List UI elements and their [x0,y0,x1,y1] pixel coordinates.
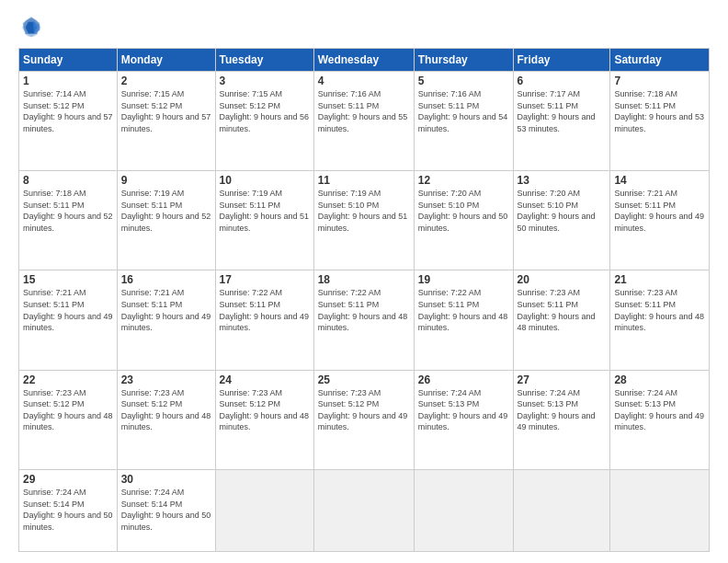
day-number: 10 [220,174,310,187]
calendar-cell: 7Sunrise: 7:18 AMSunset: 5:11 PMDaylight… [610,72,710,171]
day-info: Sunrise: 7:22 AMSunset: 5:11 PMDaylight:… [318,287,410,333]
calendar-cell: 11Sunrise: 7:19 AMSunset: 5:10 PMDayligh… [313,171,414,270]
calendar-cell: 23Sunrise: 7:23 AMSunset: 5:12 PMDayligh… [117,370,215,469]
day-info: Sunrise: 7:23 AMSunset: 5:11 PMDaylight:… [614,287,705,333]
day-number: 26 [418,373,509,386]
calendar-cell [610,469,710,551]
calendar-cell: 5Sunrise: 7:16 AMSunset: 5:11 PMDaylight… [414,72,513,171]
weekday-header: Thursday [414,49,513,72]
day-number: 30 [121,473,211,486]
calendar-week-row: 1Sunrise: 7:14 AMSunset: 5:12 PMDaylight… [19,72,710,171]
calendar-cell: 21Sunrise: 7:23 AMSunset: 5:11 PMDayligh… [610,270,710,370]
day-number: 11 [318,174,410,187]
calendar-cell: 19Sunrise: 7:22 AMSunset: 5:11 PMDayligh… [414,270,513,370]
calendar-cell: 2Sunrise: 7:15 AMSunset: 5:12 PMDaylight… [117,72,215,171]
day-info: Sunrise: 7:24 AMSunset: 5:14 PMDaylight:… [23,487,113,533]
calendar-cell: 22Sunrise: 7:23 AMSunset: 5:12 PMDayligh… [19,370,118,469]
day-info: Sunrise: 7:15 AMSunset: 5:12 PMDaylight:… [121,88,211,134]
calendar-cell: 6Sunrise: 7:17 AMSunset: 5:11 PMDaylight… [513,72,610,171]
day-info: Sunrise: 7:24 AMSunset: 5:14 PMDaylight:… [121,487,211,533]
calendar-cell: 16Sunrise: 7:21 AMSunset: 5:11 PMDayligh… [117,270,215,370]
calendar-table: SundayMondayTuesdayWednesdayThursdayFrid… [18,48,710,552]
day-info: Sunrise: 7:19 AMSunset: 5:11 PMDaylight:… [121,188,211,234]
day-number: 22 [23,373,113,386]
day-number: 18 [318,273,410,286]
day-info: Sunrise: 7:21 AMSunset: 5:11 PMDaylight:… [614,188,705,234]
day-number: 27 [518,373,607,386]
day-number: 17 [220,273,310,286]
day-number: 13 [518,174,607,187]
day-number: 15 [23,273,113,286]
day-number: 6 [518,75,607,87]
calendar-cell: 14Sunrise: 7:21 AMSunset: 5:11 PMDayligh… [610,171,710,270]
weekday-header: Wednesday [313,49,414,72]
day-number: 1 [23,75,113,87]
day-info: Sunrise: 7:21 AMSunset: 5:11 PMDaylight:… [23,287,113,333]
day-number: 29 [23,473,113,486]
weekday-header: Monday [117,49,215,72]
day-info: Sunrise: 7:22 AMSunset: 5:11 PMDaylight:… [220,287,310,333]
calendar-cell: 9Sunrise: 7:19 AMSunset: 5:11 PMDaylight… [117,171,215,270]
day-info: Sunrise: 7:17 AMSunset: 5:11 PMDaylight:… [518,88,607,134]
day-info: Sunrise: 7:23 AMSunset: 5:12 PMDaylight:… [23,387,113,433]
day-info: Sunrise: 7:20 AMSunset: 5:10 PMDaylight:… [418,188,509,234]
day-info: Sunrise: 7:19 AMSunset: 5:11 PMDaylight:… [220,188,310,234]
day-info: Sunrise: 7:24 AMSunset: 5:13 PMDaylight:… [418,387,509,433]
day-info: Sunrise: 7:23 AMSunset: 5:11 PMDaylight:… [518,287,607,333]
page: SundayMondayTuesdayWednesdayThursdayFrid… [0,0,728,563]
calendar-cell: 8Sunrise: 7:18 AMSunset: 5:11 PMDaylight… [19,171,118,270]
day-number: 8 [23,174,113,187]
day-number: 14 [614,174,705,187]
day-number: 9 [121,174,211,187]
calendar-cell [414,469,513,551]
calendar-cell: 13Sunrise: 7:20 AMSunset: 5:10 PMDayligh… [513,171,610,270]
day-number: 3 [220,75,310,87]
calendar-cell: 1Sunrise: 7:14 AMSunset: 5:12 PMDaylight… [19,72,118,171]
calendar-cell [513,469,610,551]
day-number: 7 [614,75,705,87]
calendar-header-row: SundayMondayTuesdayWednesdayThursdayFrid… [19,49,710,72]
day-number: 16 [121,273,211,286]
calendar-week-row: 22Sunrise: 7:23 AMSunset: 5:12 PMDayligh… [19,370,710,469]
weekday-header: Friday [513,49,610,72]
day-number: 25 [318,373,410,386]
day-number: 23 [121,373,211,386]
calendar-cell: 25Sunrise: 7:23 AMSunset: 5:12 PMDayligh… [313,370,414,469]
calendar-cell: 24Sunrise: 7:23 AMSunset: 5:12 PMDayligh… [215,370,313,469]
calendar-week-row: 15Sunrise: 7:21 AMSunset: 5:11 PMDayligh… [19,270,710,370]
day-info: Sunrise: 7:24 AMSunset: 5:13 PMDaylight:… [614,387,705,433]
day-number: 20 [518,273,607,286]
day-number: 12 [418,174,509,187]
calendar-cell: 27Sunrise: 7:24 AMSunset: 5:13 PMDayligh… [513,370,610,469]
day-info: Sunrise: 7:23 AMSunset: 5:12 PMDaylight:… [121,387,211,433]
day-info: Sunrise: 7:22 AMSunset: 5:11 PMDaylight:… [418,287,509,333]
calendar-cell: 10Sunrise: 7:19 AMSunset: 5:11 PMDayligh… [215,171,313,270]
calendar-cell [313,469,414,551]
day-info: Sunrise: 7:21 AMSunset: 5:11 PMDaylight:… [121,287,211,333]
day-number: 28 [614,373,705,386]
day-info: Sunrise: 7:15 AMSunset: 5:12 PMDaylight:… [220,88,310,134]
calendar-cell: 17Sunrise: 7:22 AMSunset: 5:11 PMDayligh… [215,270,313,370]
calendar-cell: 3Sunrise: 7:15 AMSunset: 5:12 PMDaylight… [215,72,313,171]
day-number: 2 [121,75,211,87]
logo-icon [18,15,44,40]
header [18,15,710,40]
calendar-cell: 15Sunrise: 7:21 AMSunset: 5:11 PMDayligh… [19,270,118,370]
day-info: Sunrise: 7:14 AMSunset: 5:12 PMDaylight:… [23,88,113,134]
day-info: Sunrise: 7:19 AMSunset: 5:10 PMDaylight:… [318,188,410,234]
calendar-cell [215,469,313,551]
calendar-cell: 28Sunrise: 7:24 AMSunset: 5:13 PMDayligh… [610,370,710,469]
day-info: Sunrise: 7:20 AMSunset: 5:10 PMDaylight:… [518,188,607,234]
day-number: 24 [220,373,310,386]
day-info: Sunrise: 7:18 AMSunset: 5:11 PMDaylight:… [23,188,113,234]
calendar-cell: 4Sunrise: 7:16 AMSunset: 5:11 PMDaylight… [313,72,414,171]
calendar-cell: 26Sunrise: 7:24 AMSunset: 5:13 PMDayligh… [414,370,513,469]
calendar-cell: 30Sunrise: 7:24 AMSunset: 5:14 PMDayligh… [117,469,215,551]
logo [18,15,48,40]
calendar-cell: 12Sunrise: 7:20 AMSunset: 5:10 PMDayligh… [414,171,513,270]
weekday-header: Saturday [610,49,710,72]
day-info: Sunrise: 7:23 AMSunset: 5:12 PMDaylight:… [318,387,410,433]
day-info: Sunrise: 7:24 AMSunset: 5:13 PMDaylight:… [518,387,607,433]
day-number: 4 [318,75,410,87]
weekday-header: Sunday [19,49,118,72]
